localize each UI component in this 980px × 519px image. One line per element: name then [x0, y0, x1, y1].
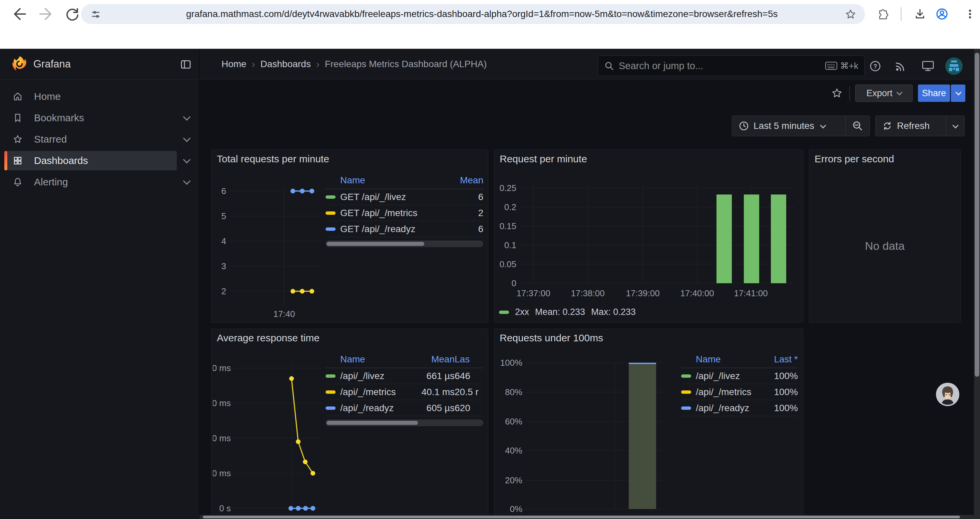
- news-rss-icon[interactable]: [895, 60, 907, 72]
- series-color-pill: [326, 211, 336, 215]
- column-header[interactable]: Mean: [447, 175, 483, 186]
- series-value: 20.5 r: [455, 387, 483, 398]
- total-requests-legend-table: NameMeanGET /api/_/livez6GET /api/_/metr…: [326, 172, 483, 247]
- time-range-picker[interactable]: Last 5 minutes: [732, 121, 845, 131]
- share-dropdown-button[interactable]: [951, 85, 965, 102]
- subheader-divider: [849, 86, 850, 101]
- legend-series-name: 2xx: [515, 307, 529, 317]
- legend-table-header: NameMean: [326, 172, 483, 189]
- bookmarks-bar: Freeleaps收藏博客: [0, 28, 980, 49]
- column-header[interactable]: Last *: [758, 354, 798, 365]
- legend-max: Max: 0.233: [591, 307, 636, 317]
- refresh-button[interactable]: Refresh: [876, 121, 946, 131]
- sidebar-item-alerting[interactable]: Alerting: [0, 172, 199, 192]
- export-button[interactable]: Export: [855, 85, 913, 102]
- user-avatar[interactable]: [945, 57, 963, 75]
- total-requests-chart: 6543217:40: [213, 176, 323, 319]
- series-name[interactable]: /api/_/livez: [681, 371, 758, 382]
- help-icon[interactable]: ?: [869, 60, 881, 72]
- profile-icon[interactable]: [935, 7, 949, 21]
- series-color-pill: [326, 195, 336, 199]
- chevron-down-icon: [183, 113, 191, 121]
- grafana-logo[interactable]: [12, 56, 27, 73]
- svg-text:17:38:00: 17:38:00: [571, 288, 605, 298]
- svg-text:60 ms: 60 ms: [213, 398, 231, 408]
- extensions-icon[interactable]: [876, 8, 889, 21]
- column-header[interactable]: Las: [455, 354, 483, 365]
- svg-text:0.2: 0.2: [504, 202, 516, 212]
- zoom-out-button[interactable]: [846, 121, 870, 131]
- series-color-pill: [326, 227, 336, 231]
- series-color-pill: [681, 406, 691, 410]
- series-value: 620: [455, 403, 483, 414]
- home-icon: [13, 91, 23, 102]
- panel-title[interactable]: Total requests per minute: [217, 153, 329, 164]
- column-header[interactable]: Name: [326, 354, 405, 365]
- series-name[interactable]: /api/_/livez: [326, 371, 405, 382]
- horizontal-scrollbar-thumb[interactable]: [203, 516, 960, 518]
- average-response-legend-table: NameMeanLas/api/_/livez661 µs646/api/_/m…: [326, 351, 483, 426]
- favorite-star-icon[interactable]: [831, 88, 843, 99]
- series-value: 40.1 ms: [405, 387, 455, 398]
- breadcrumb-item[interactable]: Home: [221, 59, 247, 69]
- svg-text:5: 5: [221, 211, 226, 221]
- keyboard-icon: [825, 61, 838, 70]
- menu-dots-icon[interactable]: [964, 8, 976, 20]
- legend-table-scrollbar[interactable]: [326, 241, 483, 247]
- chevron-down-icon: [183, 134, 191, 142]
- panel-title[interactable]: Errors per second: [815, 153, 894, 164]
- legend-table-scrollbar-thumb[interactable]: [326, 242, 424, 246]
- legend-table-scrollbar-thumb[interactable]: [326, 421, 418, 425]
- breadcrumb-item[interactable]: Freeleaps Metrics Dashboard (ALPHA): [325, 59, 487, 69]
- legend-table-scrollbar[interactable]: [326, 420, 483, 426]
- column-header[interactable]: Name: [326, 175, 447, 186]
- bookmark-star-icon[interactable]: [845, 9, 856, 20]
- panel-title[interactable]: Average response time: [217, 332, 320, 344]
- sidebar-item-home[interactable]: Home: [0, 86, 199, 107]
- svg-text:20%: 20%: [505, 475, 522, 485]
- series-name[interactable]: /api/_/readyz: [326, 403, 405, 414]
- reload-icon[interactable]: [64, 6, 80, 22]
- series-name[interactable]: /api/_/readyz: [681, 403, 758, 414]
- sidebar-item-starred[interactable]: Starred: [0, 129, 199, 150]
- sidebar-item-dashboards[interactable]: Dashboards: [0, 150, 199, 171]
- panel-title[interactable]: Request per minute: [500, 153, 587, 164]
- svg-text:17:40: 17:40: [273, 309, 295, 319]
- download-icon[interactable]: [913, 7, 927, 21]
- share-button[interactable]: Share: [918, 85, 950, 102]
- site-info-icon[interactable]: [91, 9, 101, 20]
- zoom-out-icon: [852, 121, 863, 131]
- display-icon[interactable]: [921, 60, 935, 72]
- forward-icon[interactable]: [38, 6, 54, 22]
- series-color-pill: [681, 390, 691, 394]
- browser-toolbar: grafana.mathmast.com/d/deytv4rwavabkb/fr…: [0, 0, 980, 28]
- series-name[interactable]: GET /api/_/livez: [326, 192, 447, 203]
- svg-text:17:37:00: 17:37:00: [516, 288, 550, 298]
- grafana-brand[interactable]: Grafana: [33, 49, 71, 80]
- breadcrumb: Home›Dashboards›Freeleaps Metrics Dashbo…: [221, 49, 487, 80]
- panel-title[interactable]: Requests under 100ms: [500, 332, 603, 344]
- series-name[interactable]: /api/_/metrics: [681, 387, 758, 398]
- vertical-scrollbar-thumb[interactable]: [975, 53, 979, 377]
- assistant-avatar-image: [937, 384, 958, 405]
- column-header[interactable]: Mean: [405, 354, 455, 365]
- breadcrumb-item[interactable]: Dashboards: [261, 59, 311, 69]
- url-bar[interactable]: grafana.mathmast.com/d/deytv4rwavabkb/fr…: [81, 4, 865, 24]
- sidebar-item-label: Home: [34, 91, 61, 102]
- sidebar-toggle-icon[interactable]: [180, 59, 191, 70]
- breadcrumb-separator-icon: ›: [316, 58, 320, 70]
- refresh-group: Refresh: [875, 115, 965, 136]
- refresh-interval-button[interactable]: [946, 125, 964, 128]
- series-name[interactable]: GET /api/_/metrics: [326, 208, 447, 219]
- series-name[interactable]: /api/_/metrics: [326, 387, 405, 398]
- back-icon[interactable]: [11, 6, 27, 22]
- series-value: 605 µs: [405, 403, 455, 414]
- series-name[interactable]: GET /api/_/readyz: [326, 224, 447, 235]
- legend-2xx[interactable]: 2xx Mean: 0.233 Max: 0.233: [499, 307, 636, 317]
- floating-assistant-avatar[interactable]: [936, 383, 959, 406]
- svg-text:20 ms: 20 ms: [213, 468, 231, 478]
- sidebar-item-bookmarks[interactable]: Bookmarks: [0, 107, 199, 128]
- column-header[interactable]: Name: [681, 354, 758, 365]
- svg-text:17:41:00: 17:41:00: [734, 288, 767, 298]
- search-box[interactable]: Search or jump to... ⌘+k: [598, 56, 865, 76]
